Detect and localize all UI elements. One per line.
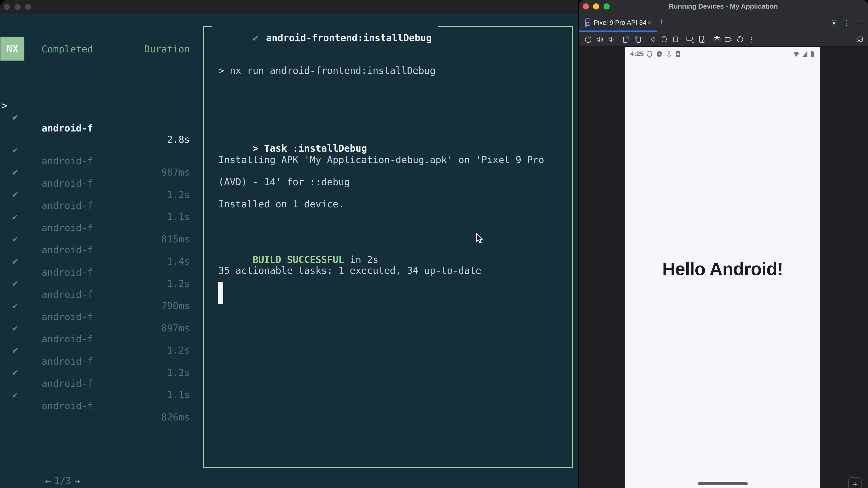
zoom-in-button[interactable]: + — [852, 480, 858, 488]
check-icon: ✔ — [12, 166, 18, 178]
tab-close-icon[interactable]: ✕ — [647, 20, 652, 26]
task-duration: 897ms — [122, 323, 190, 334]
check-icon: ✔ — [12, 211, 18, 222]
device-settings-button[interactable] — [697, 34, 707, 44]
check-icon: ✔ — [12, 144, 18, 156]
volume-up-icon — [596, 35, 604, 43]
task-row[interactable]: ✔ android-f 987ms — [0, 133, 204, 144]
screen-inspect-button[interactable] — [855, 34, 864, 44]
back-icon — [649, 35, 656, 43]
task-duration: 1.2s — [122, 278, 190, 289]
terminal-command-line: > nx run android-frontend:installDebug — [218, 65, 436, 76]
build-status: BUILD SUCCESSFUL — [253, 254, 344, 265]
check-icon: ✔ — [12, 389, 18, 400]
power-button[interactable] — [583, 34, 593, 44]
status-system-icons — [793, 51, 814, 58]
float-window-button[interactable] — [830, 18, 839, 27]
check-icon: ✔ — [253, 32, 258, 43]
tabbar-more-button[interactable]: ⋮ — [842, 18, 851, 27]
task-duration: 1.4s — [122, 256, 190, 267]
android-home-button[interactable] — [659, 34, 669, 44]
status-notification-icons: A — [646, 51, 681, 58]
task-name: android-f — [41, 400, 93, 412]
video-camera-icon — [724, 35, 733, 43]
toolbar-separator — [619, 35, 619, 43]
android-overview-button[interactable] — [671, 34, 681, 44]
phone-device-icon — [584, 18, 592, 28]
restart-device-button[interactable] — [735, 34, 745, 44]
task-row[interactable]: ✔ android-f 1.1s — [0, 355, 204, 367]
restart-icon — [736, 35, 744, 43]
check-icon: ✔ — [12, 189, 18, 200]
check-icon: ✔ — [12, 111, 18, 123]
page-next-arrow[interactable]: → — [74, 475, 80, 486]
task-row[interactable]: ✔ android-f 1.2s — [0, 311, 204, 322]
terminal-titlebar[interactable] — [0, 0, 578, 14]
rotate-right-button[interactable] — [633, 34, 643, 44]
active-tab-indicator — [579, 31, 657, 32]
window-title: Running Devices - My Application — [579, 2, 868, 10]
nx-terminal-window: NX Completed Duration > ✔ android-f 2.8s… — [0, 0, 578, 488]
task-name: android-f — [41, 123, 93, 134]
keyboard-mouse-icon — [686, 35, 695, 43]
task-output-title-text: android-frontend:installDebug — [266, 32, 432, 43]
page-prev-arrow[interactable]: ← — [45, 475, 51, 486]
tab-pixel-9-pro[interactable]: Pixel 9 Pro API 34 ✕ — [579, 13, 657, 32]
device-tabbar: Pixel 9 Pro API 34 ✕ + ⋮ — — [579, 13, 868, 32]
task-row[interactable]: ✔ android-f 826ms — [0, 378, 204, 389]
task-duration: 1.2s — [122, 367, 190, 379]
pagination: ←1/3→ — [11, 464, 80, 488]
check-icon: ✔ — [12, 300, 18, 311]
check-icon: ✔ — [12, 367, 18, 378]
hide-panel-button[interactable]: — — [854, 18, 863, 27]
task-row[interactable]: ✔ android-f 1.2s — [0, 155, 204, 166]
status-time: 4:25 — [630, 50, 644, 58]
emulator-display-area: 4:25 — [579, 47, 868, 488]
page-indicator: 1/3 — [51, 475, 74, 486]
rotate-left-icon — [622, 35, 631, 43]
emulator-toolbar: ⋮ — [579, 32, 868, 46]
screen-record-button[interactable] — [723, 34, 734, 44]
new-tab-button[interactable]: + — [658, 16, 664, 28]
task-row[interactable]: ✔ android-f 897ms — [0, 289, 204, 300]
emulator-screen[interactable]: 4:25 — [625, 47, 820, 488]
task-row[interactable]: ✔ android-f 1.4s — [0, 222, 204, 233]
check-icon: ✔ — [12, 322, 18, 333]
volume-up-button[interactable] — [595, 34, 604, 44]
task-row[interactable]: ✔ android-f 1.1s — [0, 177, 204, 189]
running-devices-titlebar[interactable]: Running Devices - My Application — [579, 0, 868, 13]
overview-icon — [672, 35, 680, 43]
app-notification-icon: A — [675, 51, 681, 58]
task-row[interactable]: ✔ android-f 815ms — [0, 200, 204, 211]
android-back-button[interactable] — [648, 34, 657, 44]
window-close-icon[interactable] — [4, 4, 10, 10]
battery-icon — [810, 51, 814, 58]
toolbar-separator — [683, 35, 683, 43]
gesture-navigation-bar[interactable] — [698, 482, 748, 485]
nx-logo: NX — [0, 37, 24, 61]
task-duration: 826ms — [122, 412, 190, 423]
task-duration: 790ms — [122, 300, 190, 312]
emulator-zoom-panel: + − 1:1 — [848, 477, 862, 488]
selection-caret-icon: > — [2, 100, 7, 111]
screenshot-button[interactable] — [712, 34, 722, 44]
hardware-input-button[interactable] — [686, 34, 695, 44]
window-zoom-icon[interactable] — [25, 4, 31, 10]
signal-icon — [802, 51, 808, 58]
task-duration: 1.1s — [122, 211, 190, 223]
volume-down-button[interactable] — [606, 34, 616, 44]
toolbar-more-button[interactable]: ⋮ — [747, 34, 756, 44]
rotate-left-button[interactable] — [621, 34, 631, 44]
power-icon — [584, 35, 592, 43]
phone-settings-icon — [698, 35, 706, 43]
profile-icon — [666, 51, 672, 58]
task-row[interactable]: ✔ android-f 790ms — [0, 266, 204, 278]
task-row[interactable]: ✔ android-f 1.2s — [0, 244, 204, 256]
window-minimize-icon[interactable] — [14, 4, 21, 10]
camera-icon — [713, 35, 721, 43]
tab-label: Pixel 9 Pro API 34 — [594, 19, 647, 26]
task-duration: 987ms — [122, 167, 190, 178]
task-row-selected[interactable]: > ✔ android-f 2.8s — [0, 89, 204, 100]
task-row[interactable]: ✔ android-f 1.2s — [0, 333, 204, 345]
inspect-layers-icon — [855, 35, 864, 43]
